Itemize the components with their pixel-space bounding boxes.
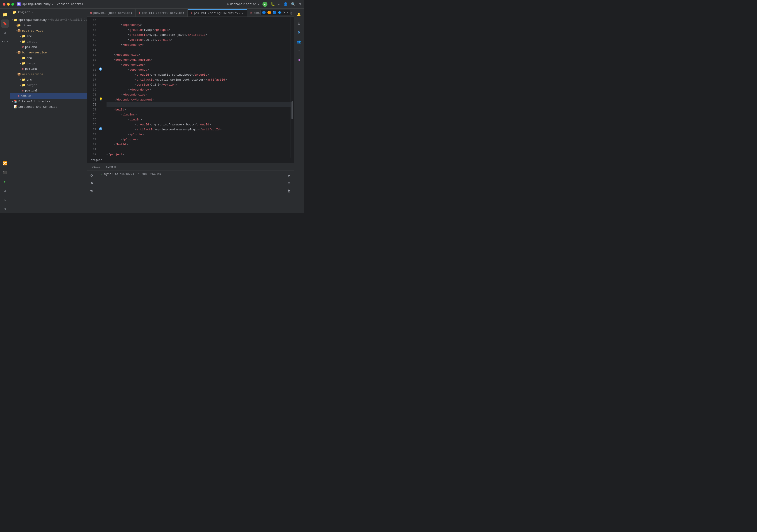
tree-item-borrow-service[interactable]: ▾ 📦 borrow-service xyxy=(10,50,87,55)
tree-item-idea[interactable]: ▸ 📂 .idea xyxy=(10,23,87,28)
tree-item-user-src[interactable]: ▸ 📁 src xyxy=(10,77,87,82)
filter-icon[interactable]: ⚑ xyxy=(89,180,95,187)
notifications-icon[interactable]: 🔔 xyxy=(295,11,303,18)
account-icon[interactable]: 👤 xyxy=(283,2,288,7)
tree-item-book-target[interactable]: ▸ 📁 target xyxy=(10,39,87,44)
tree-item-book-pom[interactable]: m pom.xml xyxy=(10,44,87,50)
sync-tab-close[interactable]: ✕ xyxy=(114,165,116,168)
project-tool-window-icon[interactable]: 📁 xyxy=(1,11,9,18)
run-app-name: UserApplication xyxy=(230,3,257,6)
line-num: 82 xyxy=(87,152,96,157)
gutter-marker-icon: i xyxy=(100,128,101,130)
text-cursor xyxy=(107,103,107,107)
filter-output-icon[interactable]: ≡ xyxy=(286,180,292,187)
sync-label: Sync: xyxy=(104,173,113,176)
folder-icon: 📁 xyxy=(14,18,17,22)
eye-icon[interactable]: 👁 xyxy=(89,188,95,194)
code-editor[interactable]: <dependency> <groupId>mysql</groupId> <a… xyxy=(103,17,290,157)
search-everywhere-icon[interactable]: 🔍 xyxy=(291,2,295,7)
tree-item-book-service[interactable]: ▾ 📦 book-service xyxy=(10,28,87,34)
chrome-icon[interactable]: 🟠 xyxy=(267,11,271,14)
line-num: 74 xyxy=(87,112,96,117)
tree-item-user-service[interactable]: ▾ 📦 user-service xyxy=(10,71,87,77)
tree-item-root[interactable]: ▾ 📁 springCloudStudy ~/Desktop/CS/JavaEE… xyxy=(10,17,87,23)
run-icon[interactable]: ▶ xyxy=(1,178,9,186)
git-icon[interactable]: 🔀 xyxy=(1,159,9,168)
more-icon[interactable]: ⋯ xyxy=(295,47,303,55)
tree-item-borrow-pom[interactable]: m pom.xml xyxy=(10,66,87,71)
bottom-main-content: ✓ Sync: At 10/18/24, 15:08 264 ms xyxy=(97,170,284,213)
browser-extensions-bar: 🔵 🟠 🔵 🔷 ⟳ ✕ xyxy=(260,10,290,15)
tree-item-book-src[interactable]: ▸ 📁 src xyxy=(10,34,87,39)
tree-item-borrow-target[interactable]: ▸ 📁 target xyxy=(10,61,87,66)
tab-springcloudstudy[interactable]: m pom.xml (springCloudStudy) ✕ xyxy=(188,9,247,16)
terminal-icon[interactable]: ⬛ xyxy=(1,168,9,177)
pom-icon: m xyxy=(22,89,24,92)
more-tool-windows-icon[interactable]: ··· xyxy=(1,38,9,46)
vcs-dropdown-icon: ▾ xyxy=(84,3,86,6)
tree-item-label: springCloudStudy xyxy=(18,18,47,22)
bookmarks-icon[interactable]: 🔖 xyxy=(1,19,9,28)
edge-icon[interactable]: 🔷 xyxy=(278,11,282,14)
minimize-button[interactable] xyxy=(7,3,10,6)
collab-icon[interactable]: 👥 xyxy=(295,38,303,46)
bottom-tab-bar: Build Sync ✕ xyxy=(87,163,294,170)
code-line: </dependencies> xyxy=(106,92,290,98)
tab-close-button[interactable]: ✕ xyxy=(242,11,244,15)
vcs-icon[interactable]: ◎ xyxy=(1,205,9,213)
gradle-icon[interactable]: G xyxy=(295,29,303,37)
tree-item-scratches[interactable]: ▸ 📝 Scratches and Consoles xyxy=(10,104,87,110)
refresh-icon[interactable]: ⟳ xyxy=(89,172,95,179)
maximize-button[interactable] xyxy=(11,3,14,6)
problems-icon[interactable]: ⚠ xyxy=(1,196,9,204)
build-tab[interactable]: Build xyxy=(89,164,103,170)
line-num: 70 xyxy=(87,92,96,98)
code-line: <dependency> xyxy=(106,23,290,28)
run-button[interactable]: ▶ xyxy=(262,2,267,7)
gutter-blue-marker-77[interactable]: i xyxy=(99,127,102,130)
debug-icon[interactable]: 🐛 xyxy=(271,2,275,6)
structure-icon[interactable]: ⊞ xyxy=(1,29,9,37)
more-actions-icon[interactable]: ⋯ xyxy=(278,2,280,7)
refresh-icon[interactable]: ⟳ xyxy=(283,11,285,14)
settings-icon[interactable]: ⚙ xyxy=(299,2,301,7)
tab-book-service[interactable]: m pom.xml (book-service) xyxy=(87,9,136,16)
tree-item-borrow-src[interactable]: ▸ 📁 src xyxy=(10,55,87,61)
gutter-bulb-71[interactable]: 💡 xyxy=(99,98,103,101)
editor-area: m pom.xml (book-service) m pom.xml (borr… xyxy=(87,9,294,213)
code-line: <groupId>mysql</groupId> xyxy=(106,28,290,33)
tree-item-user-target[interactable]: ▸ 📁 target xyxy=(10,82,87,88)
line-num: 76 xyxy=(87,122,96,127)
project-dropdown-icon: ▾ xyxy=(52,3,53,6)
editor-scrollbar[interactable] xyxy=(290,17,294,157)
tab-borrow-service[interactable]: m pom.xml (borrow-service) xyxy=(136,9,188,16)
tree-item-label: pom.xml xyxy=(21,95,33,98)
tree-item-label: Scratches and Consoles xyxy=(18,105,57,109)
clear-icon[interactable]: 🗑 xyxy=(286,188,292,194)
project-selector[interactable]: SC springCloudStudy ▾ xyxy=(17,2,53,6)
module-icon: 📦 xyxy=(17,72,21,76)
tree-item-external-libraries[interactable]: ▸ 📚 External Libraries xyxy=(10,99,87,104)
services-icon[interactable]: ⊡ xyxy=(1,186,9,195)
run-app-selector[interactable]: ⚙ UserApplication ▾ xyxy=(227,3,259,6)
scrollbar-thumb[interactable] xyxy=(291,101,293,119)
breadcrumb: project xyxy=(87,157,294,163)
code-line xyxy=(106,147,290,152)
sync-tab[interactable]: Sync ✕ xyxy=(103,164,119,170)
tree-item-root-pom[interactable]: m pom.xml xyxy=(10,93,87,99)
maven-icon[interactable]: m xyxy=(295,56,303,64)
line-num: 57 xyxy=(87,28,96,33)
vcs-selector[interactable]: Version control ▾ xyxy=(57,3,86,6)
database-icon[interactable]: 🗄 xyxy=(295,19,303,28)
tree-item-user-pom[interactable]: m pom.xml xyxy=(10,88,87,93)
line-num: 83 xyxy=(87,157,96,157)
jetbrains-icon[interactable]: 🔵 xyxy=(262,11,266,14)
folder-icon: 📁 xyxy=(22,56,25,60)
code-line xyxy=(106,18,290,23)
project-dropdown-icon: ▾ xyxy=(32,11,33,14)
wrap-icon[interactable]: ⇌ xyxy=(286,172,292,179)
gutter-blue-marker-65[interactable]: i xyxy=(99,68,102,70)
close-bar-icon[interactable]: ✕ xyxy=(287,11,288,14)
safari-icon[interactable]: 🔵 xyxy=(272,11,276,14)
close-button[interactable] xyxy=(3,3,5,6)
